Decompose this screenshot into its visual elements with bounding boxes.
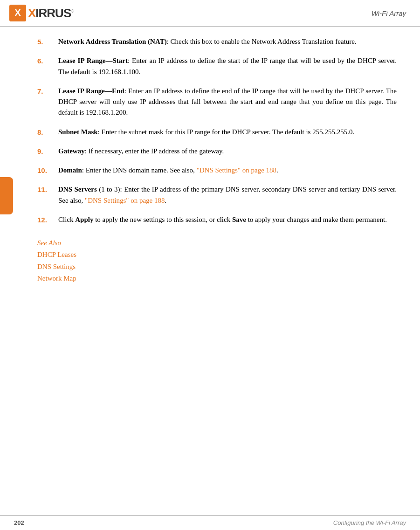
list-label-10: Domain <box>58 166 82 174</box>
list-item-7: 7. Lease IP Range—End: Enter an IP addre… <box>37 86 397 118</box>
list-item-12: 12. Click Apply to apply the new setting… <box>37 214 397 225</box>
list-num-10: 10. <box>37 165 58 176</box>
list-content-5: Network Address Translation (NAT): Check… <box>58 36 397 47</box>
list-item-9: 9. Gateway: If necessary, enter the IP a… <box>37 146 397 157</box>
see-also-network-map[interactable]: Network Map <box>37 273 397 285</box>
list-num-7: 7. <box>37 86 58 118</box>
list-num-6: 6. <box>37 55 58 77</box>
list-label-5: Network Address Translation (NAT) <box>58 38 167 45</box>
list-label-9: Gateway <box>58 147 85 155</box>
list-content-8: Subnet Mask: Enter the subnet mask for t… <box>58 127 397 138</box>
page-header: X XIRRUS® Wi-Fi Array <box>0 0 420 27</box>
list-content-7: Lease IP Range—End: Enter an IP address … <box>58 86 397 118</box>
svg-text:X: X <box>14 7 21 18</box>
footer-chapter: Configuring the Wi-Fi Array <box>333 519 406 526</box>
page-footer: 202 Configuring the Wi-Fi Array <box>0 515 420 530</box>
list-num-5: 5. <box>37 36 58 47</box>
list-item-6: 6. Lease IP Range—Start: Enter an IP add… <box>37 55 397 77</box>
list-content-11: DNS Servers (1 to 3): Enter the IP addre… <box>58 184 397 206</box>
see-also-section: See Also DHCP Leases DNS Settings Networ… <box>37 239 397 285</box>
see-also-title: See Also <box>37 239 397 247</box>
list-item-10: 10. Domain: Enter the DNS domain name. S… <box>37 165 397 176</box>
xirrus-logo-icon: X <box>9 5 26 21</box>
list-content-6: Lease IP Range—Start: Enter an IP addres… <box>58 55 397 77</box>
list-label-6: Lease IP Range—Start <box>58 57 128 64</box>
list-label-11: DNS Servers <box>58 186 97 193</box>
logo: X XIRRUS® <box>9 5 74 21</box>
save-bold: Save <box>232 216 246 223</box>
footer-page-number: 202 <box>14 519 24 526</box>
list-item-11: 11. DNS Servers (1 to 3): Enter the IP a… <box>37 184 397 206</box>
main-content: 5. Network Address Translation (NAT): Ch… <box>0 27 420 294</box>
apply-bold: Apply <box>75 216 93 223</box>
list-label-7: Lease IP Range—End <box>58 87 124 95</box>
list-item-8: 8. Subnet Mask: Enter the subnet mask fo… <box>37 127 397 138</box>
list-num-12: 12. <box>37 214 58 225</box>
list-num-9: 9. <box>37 146 58 157</box>
see-also-dhcp-leases[interactable]: DHCP Leases <box>37 249 397 261</box>
list-content-10: Domain: Enter the DNS domain name. See a… <box>58 165 397 176</box>
logo-text: XIRRUS® <box>28 6 74 21</box>
list-num-11: 11. <box>37 184 58 206</box>
list-content-12: Click Apply to apply the new settings to… <box>58 214 397 225</box>
dns-settings-link-11[interactable]: "DNS Settings" on page 188 <box>85 197 165 204</box>
side-tab-decoration <box>0 177 13 214</box>
dns-settings-link-10[interactable]: "DNS Settings" on page 188 <box>197 166 276 174</box>
header-title: Wi-Fi Array <box>372 9 406 17</box>
list-num-8: 8. <box>37 127 58 138</box>
list-content-9: Gateway: If necessary, enter the IP addr… <box>58 146 397 157</box>
see-also-dns-settings[interactable]: DNS Settings <box>37 261 397 273</box>
list-label-8: Subnet Mask <box>58 128 98 136</box>
list-item-5: 5. Network Address Translation (NAT): Ch… <box>37 36 397 47</box>
